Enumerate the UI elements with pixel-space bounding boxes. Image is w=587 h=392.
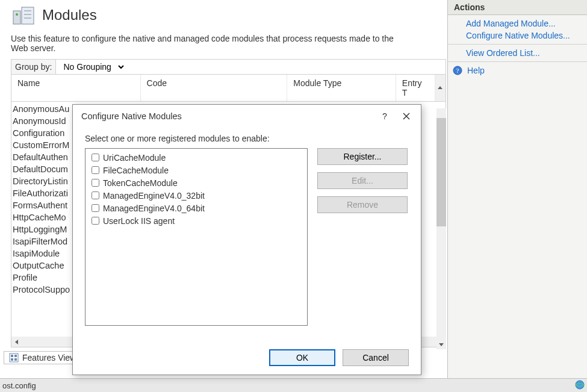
action-configure-native-modules[interactable]: Configure Native Modules... — [448, 30, 587, 42]
features-view-icon — [9, 353, 19, 362]
dialog-close-button[interactable] — [396, 108, 417, 124]
module-name-label: ManagedEngineV4.0_32bit — [103, 191, 205, 201]
help-label: Help — [467, 66, 485, 75]
column-name[interactable]: Name — [11, 75, 141, 101]
status-text: ost.config — [2, 381, 36, 390]
groupby-bar: Group by: No Grouping — [11, 59, 446, 75]
module-name-label: FileCacheModule — [103, 166, 169, 175]
module-list-item[interactable]: ManagedEngineV4.0_32bit — [89, 189, 303, 202]
module-checkbox[interactable] — [92, 166, 99, 174]
edit-button[interactable]: Edit... — [317, 172, 408, 189]
ok-button[interactable]: OK — [269, 349, 335, 366]
module-checkbox[interactable] — [92, 191, 99, 199]
globe-icon — [575, 380, 585, 390]
close-icon — [403, 113, 410, 120]
features-view-label: Features View — [22, 353, 76, 362]
scrollbar-up-icon[interactable] — [435, 75, 446, 101]
page-title: Modules — [42, 7, 97, 23]
configure-native-modules-dialog: Configure Native Modules ? Select one or… — [72, 104, 421, 375]
svg-rect-7 — [11, 355, 13, 357]
module-list-item[interactable]: UserLock IIS agent — [89, 214, 303, 227]
remove-button[interactable]: Remove — [317, 196, 408, 213]
scroll-up-icon[interactable] — [436, 108, 446, 118]
actions-title: Actions — [448, 0, 587, 15]
module-list-item[interactable]: TokenCacheModule — [89, 176, 303, 189]
module-checkbox[interactable] — [92, 154, 99, 161]
module-name-label: ManagedEngineV4.0_64bit — [103, 204, 205, 213]
grid-header: Name Code Module Type Entry T — [11, 75, 446, 102]
svg-rect-1 — [22, 7, 34, 24]
modules-icon — [11, 2, 36, 28]
actions-pane: Actions Add Managed Module... Configure … — [447, 0, 587, 378]
features-view-tab[interactable]: Features View — [4, 351, 81, 364]
svg-rect-10 — [14, 358, 17, 361]
status-bar: ost.config — [0, 378, 587, 392]
module-name-label: UserLock IIS agent — [103, 216, 175, 226]
page-header: Modules — [0, 0, 447, 28]
scroll-down-icon[interactable] — [436, 340, 446, 349]
column-code[interactable]: Code — [141, 75, 288, 101]
page-description: Use this feature to configure the native… — [0, 28, 421, 55]
dialog-help-button[interactable]: ? — [374, 108, 396, 124]
module-name-label: UriCacheModule — [103, 153, 166, 163]
register-button[interactable]: Register... — [317, 148, 408, 165]
module-checkbox[interactable] — [92, 179, 99, 187]
dialog-titlebar[interactable]: Configure Native Modules ? — [73, 105, 421, 128]
column-entry[interactable]: Entry T — [396, 75, 435, 101]
action-add-managed-module[interactable]: Add Managed Module... — [448, 17, 587, 30]
svg-rect-8 — [14, 355, 17, 357]
cancel-button[interactable]: Cancel — [343, 349, 409, 366]
column-module-type[interactable]: Module Type — [287, 75, 396, 101]
svg-rect-9 — [11, 358, 13, 361]
module-list-item[interactable]: UriCacheModule — [89, 151, 303, 164]
dialog-instruction: Select one or more registered modules to… — [85, 134, 409, 143]
modules-listbox[interactable]: UriCacheModuleFileCacheModuleTokenCacheM… — [85, 148, 308, 326]
help-icon: ? — [453, 66, 462, 75]
groupby-label: Group by: — [11, 60, 56, 74]
svg-point-13 — [576, 381, 584, 389]
vertical-scrollbar[interactable] — [436, 108, 446, 349]
module-checkbox[interactable] — [92, 204, 99, 212]
module-name-label: TokenCacheModule — [103, 178, 178, 188]
svg-point-2 — [16, 13, 18, 16]
groupby-select[interactable]: No Grouping — [56, 60, 126, 74]
module-list-item[interactable]: FileCacheModule — [89, 164, 303, 176]
action-help[interactable]: ? Help — [448, 64, 587, 76]
scroll-left-icon[interactable] — [11, 337, 22, 347]
action-view-ordered-list[interactable]: View Ordered List... — [448, 47, 587, 59]
module-list-item[interactable]: ManagedEngineV4.0_64bit — [89, 202, 303, 214]
dialog-title-text: Configure Native Modules — [81, 111, 182, 121]
svg-text:?: ? — [456, 67, 459, 74]
module-checkbox[interactable] — [92, 217, 99, 225]
svg-rect-0 — [13, 11, 20, 24]
scrollbar-thumb[interactable] — [436, 118, 446, 226]
